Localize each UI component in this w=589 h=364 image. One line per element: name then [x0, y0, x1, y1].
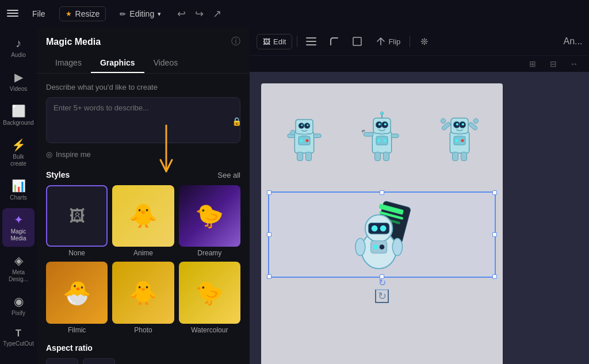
svg-rect-47 [452, 152, 458, 161]
selection-handles [267, 190, 497, 279]
toolbar-separator-1 [297, 36, 297, 47]
loading-indicator: ↻ [261, 289, 503, 303]
lines-icon-button[interactable] [302, 32, 320, 51]
forward-icon[interactable]: ↗ [211, 5, 224, 22]
redo-icon[interactable]: ↪ [193, 5, 206, 22]
main-layout: ♪ Audio ▶ Videos ⬜ Background ⚡ Bulk cre… [0, 28, 589, 364]
handle-rm[interactable] [492, 232, 497, 237]
pixify-icon: ◉ [14, 294, 24, 308]
aspect-ratio-options [46, 358, 240, 364]
handle-lm[interactable] [267, 232, 271, 237]
sidebar-item-pixify[interactable]: ◉ Pixify [2, 290, 35, 321]
style-thumb-photo: 🐥 [112, 262, 174, 323]
copy-icon-button[interactable]: ⊟ [545, 56, 561, 72]
style-card-dreamy[interactable]: 🐤 Dreamy [179, 185, 240, 257]
style-card-photo[interactable]: 🐥 Photo [112, 262, 174, 334]
sidebar-item-label: Background [3, 120, 33, 127]
canvas-toolbar-2: ⊞ ⊟ ↔ [250, 55, 589, 72]
robot-image-2[interactable] [346, 90, 419, 182]
svg-point-17 [300, 139, 303, 142]
undo-icon[interactable]: ↩ [175, 5, 188, 22]
canvas-content: ↻ ↻ [250, 72, 589, 364]
sidebar-item-typecut-out[interactable]: T TypeCutOut [2, 324, 35, 352]
svg-rect-42 [457, 133, 462, 135]
crop-icon-button[interactable] [348, 32, 366, 51]
magic-media-icon: ✦ [14, 213, 24, 227]
robot-image-3[interactable] [423, 90, 496, 182]
svg-point-23 [378, 123, 381, 125]
robot-image-1[interactable] [268, 90, 341, 182]
menu-icon[interactable] [7, 10, 18, 18]
describe-textarea[interactable] [46, 97, 240, 143]
editing-button[interactable]: ✏ Editing ▾ [115, 7, 166, 21]
sidebar-item-meta-design[interactable]: ◈ Meta Desig... [2, 249, 35, 288]
style-card-none[interactable]: 🖼 None [46, 185, 108, 257]
snowflake-icon-button[interactable]: ❊ [415, 32, 433, 51]
sidebar-item-charts[interactable]: 📊 Charts [2, 174, 35, 206]
sidebar-item-label: Charts [10, 194, 26, 201]
handle-bl[interactable] [267, 274, 271, 279]
panel-header: Magic Media ⓘ [37, 28, 250, 53]
svg-point-40 [456, 123, 458, 125]
sidebar-item-bulk-create[interactable]: ⚡ Bulk create [2, 133, 35, 172]
handle-tl[interactable] [267, 190, 271, 195]
corner-radius-icon-button[interactable] [325, 32, 343, 51]
style-card-filmic[interactable]: 🐣 Filmic [46, 262, 108, 334]
file-button[interactable]: File [28, 7, 50, 21]
style-thumb-dreamy: 🐤 [179, 185, 240, 247]
handle-br[interactable] [492, 274, 497, 279]
flip-button[interactable]: Flip [371, 35, 405, 49]
svg-rect-12 [313, 134, 321, 138]
svg-rect-2 [306, 44, 316, 45]
svg-rect-29 [375, 152, 381, 161]
more-options-icon[interactable]: An... [564, 32, 582, 51]
inspire-button[interactable]: ◎ Inspire me [46, 145, 91, 163]
sidebar-item-videos[interactable]: ▶ Videos [2, 66, 35, 97]
rotate-handle[interactable]: ↻ [378, 277, 386, 288]
grid-icon-button[interactable]: ⊞ [525, 56, 541, 72]
topbar-actions: ↩ ↪ ↗ [175, 5, 224, 22]
style-thumb-none: 🖼 [46, 185, 108, 247]
photo-placeholder-icon: 🖼 [69, 206, 85, 225]
topbar: File ★ Resize ✏ Editing ▾ ↩ ↪ ↗ [0, 0, 589, 28]
aspect-ratio-title: Aspect ratio [46, 343, 93, 352]
svg-point-35 [381, 112, 384, 115]
expand-icon-button[interactable]: ↔ [566, 56, 582, 72]
video-icon: ▶ [14, 70, 23, 84]
style-card-anime[interactable]: 🐥 Anime [112, 185, 174, 257]
selected-image[interactable]: ↻ [268, 191, 496, 278]
sidebar-item-label: Audio [11, 52, 26, 59]
svg-rect-25 [379, 133, 385, 135]
chevron-down-icon: ▾ [158, 10, 161, 18]
tab-images[interactable]: Images [46, 53, 91, 73]
aspect-ratio-landscape[interactable] [83, 358, 115, 364]
lock-icon: 🔒 [232, 117, 242, 126]
toolbar-separator-2 [410, 36, 410, 47]
sidebar-item-magic-media[interactable]: ✦ Magic Media [2, 208, 35, 247]
canvas-page: ↻ ↻ [261, 83, 503, 364]
tab-graphics[interactable]: Graphics [91, 53, 144, 73]
svg-point-45 [441, 118, 445, 123]
see-all-link[interactable]: See all [217, 171, 240, 179]
svg-rect-48 [461, 152, 466, 161]
svg-point-46 [473, 118, 478, 123]
resize-button[interactable]: ★ Resize [59, 6, 106, 21]
style-name-none: None [46, 249, 108, 257]
aspect-ratio-square[interactable] [46, 358, 78, 364]
svg-point-8 [301, 124, 303, 126]
edit-button[interactable]: 🖼 Edit [257, 34, 292, 49]
inspire-icon: ◎ [46, 150, 52, 159]
sidebar-item-label: Pixify [12, 310, 25, 317]
info-icon[interactable]: ⓘ [231, 36, 240, 48]
handle-tm[interactable] [380, 190, 384, 195]
sidebar-item-audio[interactable]: ♪ Audio [2, 32, 35, 63]
tab-videos[interactable]: Videos [144, 53, 188, 73]
svg-rect-3 [353, 37, 361, 45]
sidebar-item-background[interactable]: ⬜ Background [2, 99, 35, 131]
styles-grid: 🖼 None 🐥 Anime 🐤 Dreamy [46, 185, 240, 334]
style-card-watercolour[interactable]: 🐤 Watercolour [179, 262, 240, 334]
styles-section-header: Styles See all [46, 170, 240, 179]
svg-rect-1 [306, 41, 316, 42]
style-thumb-anime: 🐥 [112, 185, 174, 247]
handle-tr[interactable] [492, 190, 497, 195]
